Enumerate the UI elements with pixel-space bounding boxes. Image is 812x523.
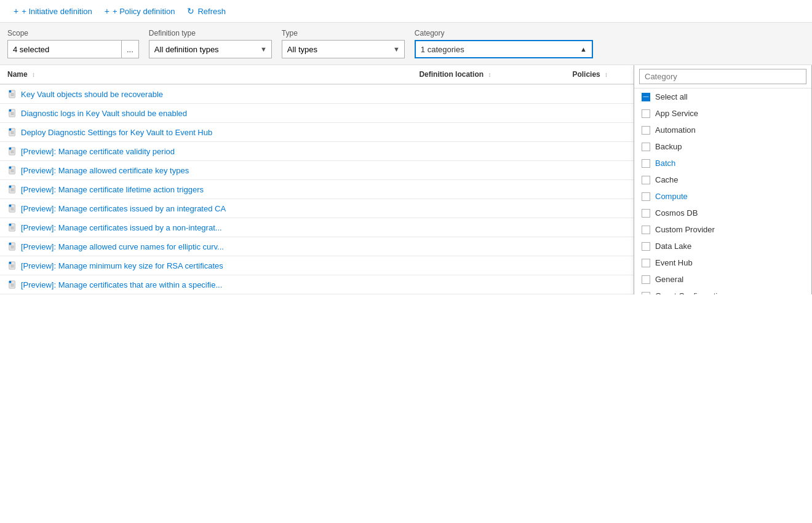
col-name-label: Name xyxy=(7,70,28,79)
initiative-btn-label: + Initiative definition xyxy=(22,7,92,16)
policy-icon xyxy=(7,165,17,175)
policy-name-link[interactable]: Diagnostic logs in Key Vault should be e… xyxy=(21,109,187,118)
category-item[interactable]: Compute xyxy=(634,188,811,205)
cell-name: Deploy Diagnostic Settings for Key Vault… xyxy=(0,123,412,142)
col-definition-location[interactable]: Definition location ↕ xyxy=(412,65,565,84)
cell-name: [Preview]: Manage certificates that are … xyxy=(0,275,412,294)
refresh-button[interactable]: ↻ Refresh xyxy=(181,4,232,18)
cell-name: [Preview]: Manage certificate validity p… xyxy=(0,142,412,161)
svg-rect-51 xyxy=(9,281,12,283)
cell-definition-location xyxy=(412,237,565,256)
policy-definition-button[interactable]: + + Policy definition xyxy=(98,4,181,18)
category-item[interactable]: Cosmos DB xyxy=(634,205,811,221)
category-item-label: Compute xyxy=(655,192,688,201)
policy-icon xyxy=(7,146,17,156)
category-item-label: Batch xyxy=(655,159,675,168)
plus-icon-2: + xyxy=(105,6,109,16)
definition-type-filter: Definition type All definition types ▼ xyxy=(149,29,272,58)
category-item[interactable]: Cache xyxy=(634,171,811,188)
cell-name: Diagnostic logs in Key Vault should be e… xyxy=(0,104,412,123)
svg-rect-1 xyxy=(9,90,12,93)
category-item[interactable]: Automation xyxy=(634,122,811,138)
category-item[interactable]: Event Hub xyxy=(634,254,811,271)
category-item-label: Data Lake xyxy=(655,242,691,251)
policy-name-link[interactable]: Deploy Diagnostic Settings for Key Vault… xyxy=(21,128,212,137)
plus-icon: + xyxy=(14,6,18,16)
scope-input[interactable] xyxy=(7,40,122,58)
policy-name-link[interactable]: [Preview]: Manage minimum key size for R… xyxy=(21,261,223,270)
policy-icon xyxy=(7,184,17,194)
cell-definition-location xyxy=(412,256,565,275)
cell-name: [Preview]: Manage allowed certificate ke… xyxy=(0,161,412,180)
refresh-icon: ↻ xyxy=(187,6,194,16)
category-item-label: Cosmos DB xyxy=(655,208,698,218)
policy-name-link[interactable]: [Preview]: Manage certificates that are … xyxy=(21,280,222,289)
category-list: Select all App Service Automation Backup… xyxy=(634,88,811,294)
initiative-definition-button[interactable]: + + Initiative definition xyxy=(7,4,98,18)
category-item-label: General xyxy=(655,275,683,284)
category-item-label: Custom Provider xyxy=(655,225,715,234)
filter-bar: Scope ... Definition type All definition… xyxy=(0,23,812,65)
category-item-label: Backup xyxy=(655,142,682,151)
category-checkbox xyxy=(642,259,650,267)
category-item[interactable]: App Service xyxy=(634,105,811,122)
svg-rect-6 xyxy=(9,109,12,112)
policy-icon xyxy=(7,261,17,270)
category-value: 1 categories xyxy=(416,42,575,57)
category-item[interactable]: Guest Configuration xyxy=(634,288,811,294)
category-item[interactable]: Batch xyxy=(634,155,811,171)
policy-name-link[interactable]: [Preview]: Manage certificates issued by… xyxy=(21,223,222,232)
definition-type-select[interactable]: All definition types xyxy=(149,40,272,58)
category-filter: Category 1 categories ▲ xyxy=(415,29,593,58)
scope-dots-button[interactable]: ... xyxy=(122,40,139,58)
category-item[interactable]: Backup xyxy=(634,138,811,155)
cell-name: [Preview]: Manage minimum key size for R… xyxy=(0,256,412,275)
policy-name-link[interactable]: [Preview]: Manage allowed curve names fo… xyxy=(21,242,224,251)
category-dropdown-panel: Select all App Service Automation Backup… xyxy=(634,65,812,294)
refresh-btn-label: Refresh xyxy=(197,7,226,16)
category-item[interactable]: Select all xyxy=(634,88,811,105)
category-item[interactable]: Data Lake xyxy=(634,238,811,254)
policies-sort-icon: ↕ xyxy=(605,71,608,78)
category-checkbox xyxy=(642,192,650,201)
policy-icon xyxy=(7,280,17,289)
col-name[interactable]: Name ↕ xyxy=(0,65,412,84)
definition-type-label: Definition type xyxy=(149,29,272,37)
policy-name-link[interactable]: Key Vault objects should be recoverable xyxy=(21,90,163,99)
category-label: Category xyxy=(415,29,593,37)
policy-icon xyxy=(7,89,17,99)
svg-rect-46 xyxy=(9,262,12,264)
scope-filter: Scope ... xyxy=(7,29,139,58)
svg-rect-31 xyxy=(9,205,12,207)
policy-name-link[interactable]: [Preview]: Manage allowed certificate ke… xyxy=(21,166,189,175)
svg-rect-16 xyxy=(9,147,12,150)
policy-name-link[interactable]: [Preview]: Manage certificates issued by… xyxy=(21,204,226,213)
policy-name-link[interactable]: [Preview]: Manage certificate validity p… xyxy=(21,147,175,156)
cell-name: [Preview]: Manage certificates issued by… xyxy=(0,218,412,237)
cell-definition-location xyxy=(412,199,565,218)
category-item[interactable]: General xyxy=(634,271,811,288)
policy-icon xyxy=(7,108,17,118)
svg-rect-11 xyxy=(9,128,12,131)
category-item[interactable]: Custom Provider xyxy=(634,221,811,238)
type-label: Type xyxy=(282,29,405,37)
category-checkbox xyxy=(642,209,650,218)
policy-name-link[interactable]: [Preview]: Manage certificate lifetime a… xyxy=(21,185,204,194)
category-checkbox xyxy=(642,242,650,251)
scope-label: Scope xyxy=(7,29,139,37)
cell-name: [Preview]: Manage allowed curve names fo… xyxy=(0,237,412,256)
cell-definition-location xyxy=(412,161,565,180)
toolbar: + + Initiative definition + + Policy def… xyxy=(0,0,812,23)
category-item-label: App Service xyxy=(655,109,698,118)
category-item-label: Automation xyxy=(655,125,696,135)
svg-rect-26 xyxy=(9,186,12,188)
category-search-input[interactable] xyxy=(639,69,806,84)
category-chevron-button[interactable]: ▲ xyxy=(575,43,592,55)
cell-definition-location xyxy=(412,123,565,142)
svg-rect-41 xyxy=(9,243,12,245)
category-checkbox xyxy=(642,93,650,101)
definition-location-sort-icon: ↕ xyxy=(488,71,491,78)
cell-definition-location xyxy=(412,275,565,294)
category-input-row[interactable]: 1 categories ▲ xyxy=(415,40,593,58)
type-select[interactable]: All types xyxy=(282,40,405,58)
